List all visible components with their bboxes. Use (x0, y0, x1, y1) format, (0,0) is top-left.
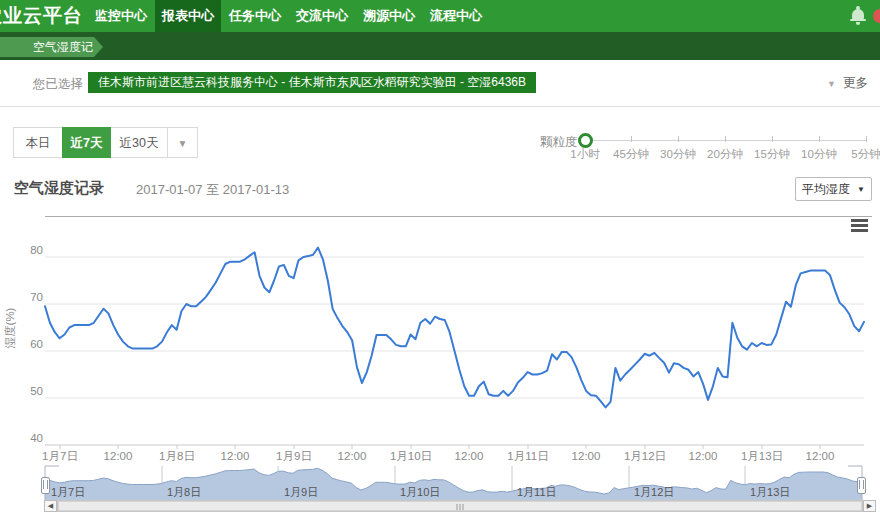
nav-tab-process[interactable]: 流程中心 (423, 0, 489, 32)
x-tick-label: 12:00 (221, 450, 250, 462)
breadcrumb-bar (0, 32, 880, 60)
granularity-option-10m[interactable]: 10分钟 (801, 147, 837, 162)
y-axis-label: 湿度(%) (4, 307, 16, 348)
humidity-chart: 80 70 60 50 40 湿度(%) 1月7日 12:00 1月8日 12:… (0, 216, 880, 512)
granularity-option-45m[interactable]: 45分钟 (613, 147, 649, 162)
navigator-day-label: 1月8日 (167, 486, 201, 498)
nav-tab-communication[interactable]: 交流中心 (289, 0, 355, 32)
y-tick-label: 60 (30, 338, 43, 350)
navigator-day-label: 1月9日 (284, 486, 318, 498)
range-button-today[interactable]: 本日 (13, 127, 63, 158)
nav-tab-traceability[interactable]: 溯源中心 (356, 0, 422, 32)
range-button-group: 本日 近7天 近30天 ▼ (13, 127, 198, 158)
scrollbar-thumb[interactable] (58, 501, 862, 511)
x-tick-label: 12:00 (338, 450, 367, 462)
y-tick-label: 50 (30, 385, 43, 397)
x-tick-label: 1月12日 (624, 450, 666, 462)
slider-tick (678, 136, 679, 142)
x-tick-marks (60, 445, 820, 449)
selection-label: 您已选择： (33, 76, 96, 93)
report-title: 空气湿度记录 (14, 179, 104, 198)
scrollbar-right-button[interactable]: ▶ (863, 500, 876, 512)
navigator-day-label: 1月12日 (634, 486, 674, 498)
nav-tab-monitor[interactable]: 监控中心 (88, 0, 154, 32)
granularity-option-5m[interactable]: 5分钟 (851, 147, 880, 162)
y-tick-label: 70 (30, 291, 43, 303)
x-tick-label: 1月7日 (42, 450, 78, 462)
notification-badge[interactable] (873, 9, 880, 23)
more-dropdown[interactable]: ▼ 更多 (827, 75, 868, 92)
granularity-option-20m[interactable]: 20分钟 (707, 147, 743, 162)
scrollbar-grip-icon (457, 504, 464, 510)
x-tick-label: 1月10日 (390, 450, 432, 462)
navigator[interactable]: 1月7日 1月8日 1月9日 1月10日 1月11日 1月12日 1月13日 (45, 466, 862, 500)
y-tick-label: 80 (30, 244, 43, 256)
navigator-handle-left[interactable] (41, 477, 50, 494)
metric-select[interactable]: 平均湿度 ▼ (795, 177, 872, 201)
chart-plot-area[interactable] (45, 232, 864, 445)
slider-tick (772, 136, 773, 142)
range-button-7days[interactable]: 近7天 (62, 127, 111, 158)
x-tick-label: 1月13日 (741, 450, 783, 462)
more-label: 更多 (843, 75, 868, 92)
granularity-option-1h[interactable]: 1小时 (570, 147, 599, 162)
nav-tab-task[interactable]: 任务中心 (222, 0, 288, 32)
bell-icon[interactable] (852, 9, 864, 19)
navigator-day-label: 1月13日 (750, 486, 790, 498)
granularity-option-15m[interactable]: 15分钟 (754, 147, 790, 162)
navigator-day-label: 1月7日 (51, 486, 85, 498)
app-window: 农业云平台 监控中心 报表中心 任务中心 交流中心 溯源中心 流程中心 空气湿度… (0, 0, 880, 512)
granularity-slider-knob[interactable] (578, 133, 593, 148)
scrollbar-track[interactable] (57, 500, 863, 512)
navigator-day-label: 1月11日 (517, 486, 557, 498)
slider-tick (819, 136, 820, 142)
range-dropdown-button[interactable]: ▼ (167, 127, 198, 158)
scrollbar-left-button[interactable]: ◀ (44, 500, 57, 512)
bell-clapper (856, 22, 860, 25)
granularity-option-30m[interactable]: 30分钟 (660, 147, 696, 162)
navigator-handle-right[interactable] (857, 477, 866, 494)
selection-panel: 您已选择： 佳木斯市前进区慧云科技服务中心 - 佳木斯市东风区水稻研究实验田 -… (0, 62, 880, 107)
slider-tick (725, 136, 726, 142)
x-tick-label: 12:00 (689, 450, 718, 462)
x-tick-label: 1月11日 (507, 450, 548, 462)
select-caret-icon: ▼ (857, 185, 865, 194)
x-tick-label: 12:00 (806, 450, 835, 462)
slider-tick (866, 136, 867, 142)
metric-select-value: 平均湿度 (802, 181, 850, 198)
slider-tick (631, 136, 632, 142)
x-tick-label: 12:00 (104, 450, 133, 462)
breadcrumb-chip[interactable]: 空气湿度记录 (0, 37, 103, 57)
main-nav-tabs: 监控中心 报表中心 任务中心 交流中心 溯源中心 流程中心 (88, 0, 490, 32)
x-tick-label: 12:00 (455, 450, 484, 462)
x-tick-label: 12:00 (572, 450, 601, 462)
navigator-day-label: 1月10日 (400, 486, 440, 498)
date-range: 2017-01-07 至 2017-01-13 (136, 181, 289, 199)
x-tick-label: 1月8日 (159, 450, 195, 462)
chevron-down-icon: ▼ (827, 79, 836, 89)
brand-logo: 农业云平台 (0, 0, 83, 32)
nav-tab-report[interactable]: 报表中心 (155, 0, 221, 32)
selected-device-chip[interactable]: 佳木斯市前进区慧云科技服务中心 - 佳木斯市东风区水稻研究实验田 - 空湿643… (88, 72, 536, 93)
x-tick-label: 1月9日 (276, 450, 312, 462)
top-nav-bar: 农业云平台 监控中心 报表中心 任务中心 交流中心 溯源中心 流程中心 (0, 0, 880, 32)
range-button-30days[interactable]: 近30天 (110, 127, 168, 158)
y-tick-label: 40 (30, 432, 43, 444)
